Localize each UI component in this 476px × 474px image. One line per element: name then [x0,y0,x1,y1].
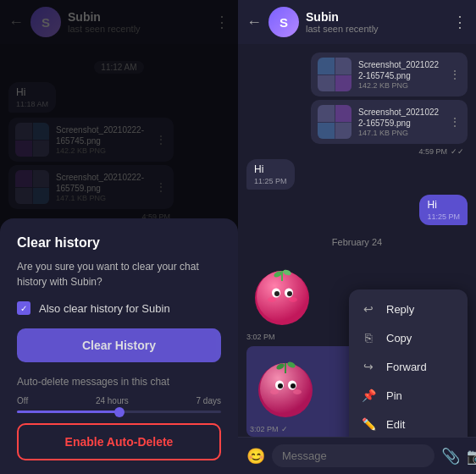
file-thumbnail [318,105,351,139]
sticker-svg-2 [250,350,322,422]
slider-fill [17,411,119,413]
reply-icon: ↩ [361,302,376,316]
attach-icon[interactable]: 📎 [441,447,460,466]
file-more-icon[interactable]: ⋮ [449,68,461,81]
edit-icon: ✏️ [361,417,376,431]
svg-point-5 [287,291,292,296]
modal-box: Clear history Are you sure you want to c… [0,218,238,474]
emoji-icon[interactable]: 😊 [246,447,265,466]
svg-point-15 [278,383,283,389]
right-file-row: Screenshot_20210222-165745.png 142.2 KB … [246,52,468,156]
auto-delete-slider[interactable] [17,411,221,413]
file-info: Screenshot_20210222-165759.png 147.1 KB … [358,107,442,137]
svg-point-7 [289,297,297,302]
sticker-time: 3:02 PM [246,333,318,341]
checkbox-row[interactable]: ✓ Also clear history for Subin [17,301,221,315]
contact-name: Subin [306,10,446,24]
date-separator: February 24 [246,234,468,249]
checkmark-icon: ✓ [20,304,27,313]
back-button[interactable]: ← [246,14,262,31]
file-attachment[interactable]: Screenshot_20210222-165759.png 147.1 KB … [311,100,468,144]
right-panel: ← S Subin last seen recently ⋮ [238,0,476,474]
auto-delete-label: Auto-delete messages in this chat [17,376,221,388]
context-menu: ↩ Reply ⎘ Copy ↪ Forward 📌 Pin ✏️ Edit 🗑 [349,289,468,437]
message-bubble: Hi 11:25 PM [246,159,295,190]
pin-icon: 📌 [361,389,376,402]
sticker-message: 3:02 PM [246,257,318,341]
camera-icon[interactable]: 📷 [467,447,476,466]
context-forward-label: Forward [386,361,427,373]
context-copy[interactable]: ⎘ Copy [349,323,468,352]
svg-point-4 [274,291,280,296]
svg-point-18 [293,389,302,394]
auto-delete-section: Auto-delete messages in this chat Off 24… [17,376,221,413]
right-header: ← S Subin last seen recently ⋮ [238,0,476,44]
checkbox[interactable]: ✓ [17,301,30,315]
header-info: Subin last seen recently [306,10,446,34]
file-thumbnail [318,58,351,91]
context-pin-label: Pin [386,389,402,402]
left-panel: ← S Subin last seen recently ⋮ 11:12 AM … [0,0,238,474]
svg-point-17 [270,389,279,394]
context-forward[interactable]: ↪ Forward [349,352,468,381]
message-bubble: Hi 11:25 PM [419,195,468,225]
contact-status: last seen recently [306,24,446,34]
svg-point-16 [291,383,296,389]
chat-bottom-bar: 😊 📎 📷 [238,437,476,474]
more-options-icon[interactable]: ⋮ [452,13,468,31]
right-file-attachments: Screenshot_20210222-165745.png 142.2 KB … [311,52,468,156]
enable-auto-delete-button[interactable]: Enable Auto-Delete [17,423,221,460]
sticker-message-2: 3:02 PM ✓ [250,350,322,433]
context-edit-label: Edit [386,418,405,431]
svg-point-6 [268,297,276,302]
avatar: S [268,7,299,37]
right-chat-area: Screenshot_20210222-165745.png 142.2 KB … [238,44,476,437]
file-info: Screenshot_20210222-165745.png 142.2 KB … [358,59,442,90]
context-reply[interactable]: ↩ Reply [349,295,468,323]
clear-history-button[interactable]: Clear History [17,328,221,362]
checkbox-label: Also clear history for Subin [39,302,170,315]
file-name: Screenshot_20210222-165745.png [358,59,442,81]
message-row: Hi 11:25 PM [246,195,468,225]
modal-title: Clear history [17,235,221,251]
sticker-svg [246,257,318,329]
copy-icon: ⎘ [361,331,376,344]
modal-description: Are you sure you want to clear your chat… [17,259,221,289]
context-edit[interactable]: ✏️ Edit [349,410,468,437]
slider-labels: Off 24 hours 7 days [17,396,221,405]
file-name: Screenshot_20210222-165759.png [358,107,442,129]
file-more-icon[interactable]: ⋮ [449,115,461,129]
slider-thumb[interactable] [114,407,125,417]
file-time: 4:59 PM ✓✓ [311,147,468,156]
sticker-time-2: 3:02 PM ✓ [250,425,322,433]
message-input[interactable] [272,444,434,467]
file-attachment[interactable]: Screenshot_20210222-165745.png 142.2 KB … [311,52,468,96]
file-size: 142.2 KB PNG [358,81,442,90]
context-pin[interactable]: 📌 Pin [349,381,468,410]
message-row: Hi 11:25 PM [246,159,468,190]
file-size: 147.1 KB PNG [358,129,442,137]
context-reply-label: Reply [386,303,414,316]
forward-icon: ↪ [361,360,376,373]
clear-history-modal: Clear history Are you sure you want to c… [0,0,238,474]
context-copy-label: Copy [386,332,412,344]
